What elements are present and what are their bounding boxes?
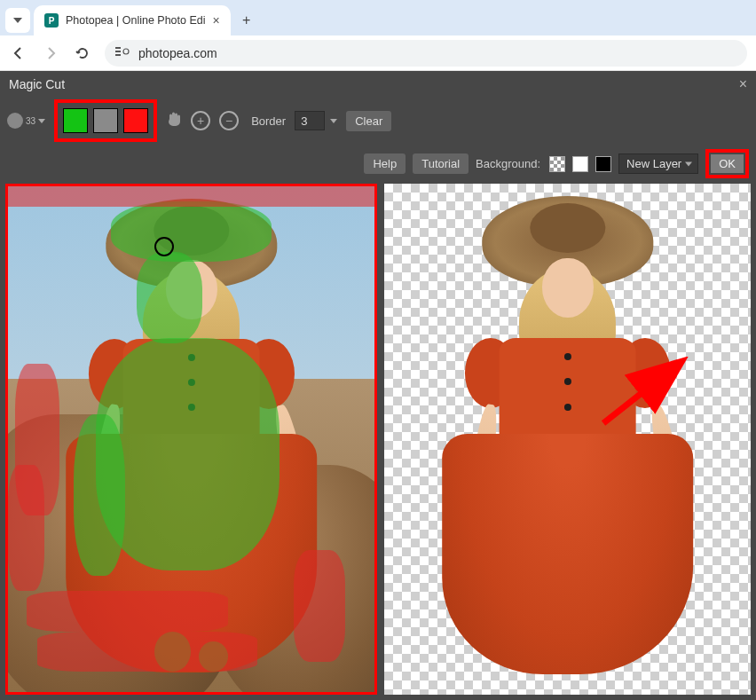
border-label: Border: [251, 114, 286, 128]
source-pane[interactable]: [5, 184, 377, 695]
brush-size-value: 33: [26, 116, 35, 126]
neutral-swatch[interactable]: [93, 108, 118, 133]
chevron-down-icon: [13, 18, 22, 23]
svg-rect-0: [115, 47, 121, 49]
browser-tab[interactable]: P Photopea | Online Photo Edi ×: [34, 5, 231, 35]
back-button[interactable]: [9, 43, 28, 63]
chevron-down-icon[interactable]: [330, 119, 337, 123]
back-arrow-icon: [12, 46, 26, 60]
background-transparent[interactable]: [549, 156, 565, 172]
help-button[interactable]: Help: [364, 153, 406, 174]
magic-cut-dialog: Magic Cut × 33 + − Border 3 Clear: [0, 71, 756, 700]
color-swatches-highlighted: [54, 99, 157, 142]
close-tab-icon[interactable]: ×: [213, 13, 220, 28]
site-settings-icon[interactable]: [115, 46, 130, 59]
photopea-favicon-icon: P: [44, 13, 59, 28]
background-swatch[interactable]: [123, 108, 148, 133]
foreground-swatch[interactable]: [63, 108, 88, 133]
chevron-down-icon: [38, 119, 45, 123]
forward-button[interactable]: [41, 43, 60, 63]
background-white[interactable]: [572, 156, 588, 172]
forward-arrow-icon: [43, 46, 58, 60]
skirt-shape: [442, 434, 693, 675]
background-label: Background:: [476, 157, 540, 170]
dress-button-shape: [564, 378, 571, 385]
tutorial-button[interactable]: Tutorial: [413, 153, 469, 174]
browser-chrome: P Photopea | Online Photo Edi × + photop…: [0, 0, 756, 71]
layer-mode-select[interactable]: New Layer: [618, 153, 698, 174]
zoom-out-button[interactable]: −: [219, 111, 239, 130]
reload-icon: [75, 46, 90, 60]
dress-button-shape: [564, 353, 571, 360]
tab-title: Photopea | Online Photo Edi: [66, 14, 206, 27]
face-shape: [166, 260, 217, 319]
toolbar-row-1: 33 + − Border 3 Clear: [0, 96, 756, 146]
svg-rect-1: [115, 51, 121, 52]
result-pane[interactable]: [384, 184, 751, 695]
subject-figure-cutout: [424, 193, 710, 695]
address-bar: photopea.com: [0, 35, 756, 71]
background-black[interactable]: [595, 156, 611, 172]
brush-size-control[interactable]: 33: [7, 113, 45, 129]
dress-button-shape: [564, 404, 571, 411]
svg-point-3: [123, 49, 129, 54]
layer-mode-value: New Layer: [626, 157, 681, 170]
toolbar-row-2: Help Tutorial Background: New Layer OK: [0, 146, 756, 184]
dress-button-shape: [188, 379, 195, 386]
face-shape: [542, 258, 594, 319]
border-input-wrap: 3: [295, 111, 337, 130]
preview-panes: [0, 184, 756, 700]
svg-rect-2: [115, 54, 121, 56]
ok-button-highlighted: OK: [705, 149, 749, 178]
tab-list-dropdown[interactable]: [5, 8, 30, 33]
url-text: photopea.com: [138, 46, 217, 60]
tab-bar: P Photopea | Online Photo Edi × +: [0, 0, 756, 35]
dress-button-shape: [188, 404, 195, 411]
ok-button[interactable]: OK: [711, 154, 744, 173]
clear-button[interactable]: Clear: [346, 111, 391, 131]
border-value: 3: [301, 114, 307, 128]
reload-button[interactable]: [73, 43, 92, 63]
brush-preview-icon: [7, 113, 23, 129]
close-dialog-button[interactable]: ×: [739, 76, 747, 92]
url-field[interactable]: photopea.com: [105, 40, 747, 67]
subject-figure: [48, 195, 334, 692]
dress-button-shape: [188, 354, 195, 361]
zoom-in-button[interactable]: +: [191, 111, 210, 130]
hand-tool-icon[interactable]: [166, 110, 182, 132]
dialog-title: Magic Cut: [9, 77, 65, 91]
new-tab-button[interactable]: +: [234, 8, 259, 33]
dialog-title-row: Magic Cut ×: [0, 71, 756, 96]
skirt-shape: [66, 434, 317, 672]
border-input[interactable]: 3: [295, 111, 325, 130]
